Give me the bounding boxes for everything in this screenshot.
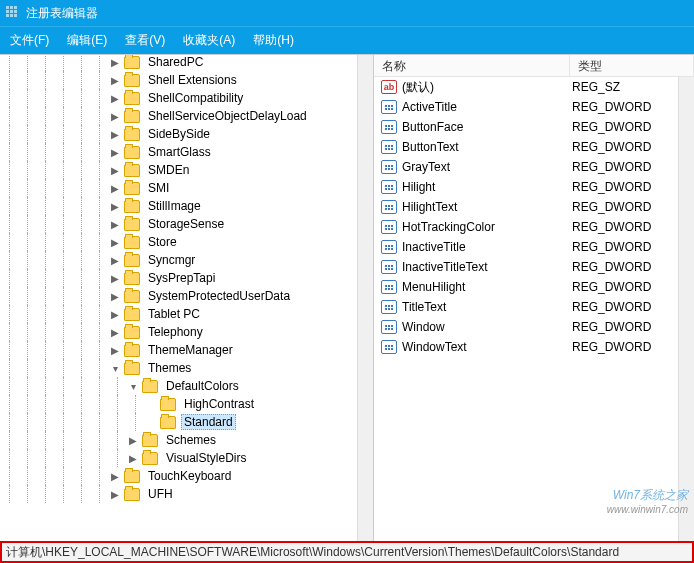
app-icon xyxy=(6,6,20,20)
tree-item[interactable]: ▶SMDEn xyxy=(0,161,373,179)
folder-icon xyxy=(124,146,140,159)
value-row[interactable]: TitleTextREG_DWORD xyxy=(374,297,694,317)
column-name[interactable]: 名称 xyxy=(374,55,570,76)
menu-file[interactable]: 文件(F) xyxy=(10,32,49,49)
value-type: REG_DWORD xyxy=(572,300,651,314)
tree-item[interactable]: ▶SharedPC xyxy=(0,55,373,71)
tree-item[interactable]: Standard xyxy=(0,413,373,431)
chevron-right-icon[interactable]: ▶ xyxy=(108,325,122,339)
tree-item[interactable]: ▶SysPrepTapi xyxy=(0,269,373,287)
values-scrollbar[interactable] xyxy=(678,77,694,541)
chevron-right-icon[interactable]: ▶ xyxy=(108,289,122,303)
chevron-right-icon[interactable]: ▶ xyxy=(108,487,122,501)
value-row[interactable]: WindowTextREG_DWORD xyxy=(374,337,694,357)
value-row[interactable]: HilightTextREG_DWORD xyxy=(374,197,694,217)
tree-item-label: StillImage xyxy=(145,198,204,214)
tree-item-label: Shell Extensions xyxy=(145,72,240,88)
tree-item[interactable]: ▶StillImage xyxy=(0,197,373,215)
tree-item-label: VisualStyleDirs xyxy=(163,450,249,466)
chevron-right-icon[interactable]: ▶ xyxy=(108,307,122,321)
chevron-right-icon[interactable]: ▶ xyxy=(108,181,122,195)
tree-item[interactable]: ▶Tablet PC xyxy=(0,305,373,323)
tree-item[interactable]: ▶VisualStyleDirs xyxy=(0,449,373,467)
tree-item[interactable]: ▶UFH xyxy=(0,485,373,503)
chevron-right-icon[interactable]: ▶ xyxy=(108,469,122,483)
chevron-right-icon[interactable]: ▶ xyxy=(126,451,140,465)
tree-item-label: SideBySide xyxy=(145,126,213,142)
chevron-right-icon[interactable]: ▶ xyxy=(108,217,122,231)
tree-item[interactable]: ▾DefaultColors xyxy=(0,377,373,395)
tree-item[interactable]: ▶ShellCompatibility xyxy=(0,89,373,107)
folder-icon xyxy=(124,344,140,357)
tree-item-label: Themes xyxy=(145,360,194,376)
menu-view[interactable]: 查看(V) xyxy=(125,32,165,49)
tree-item[interactable]: ▾Themes xyxy=(0,359,373,377)
tree-item[interactable]: ▶Telephony xyxy=(0,323,373,341)
chevron-right-icon[interactable]: ▶ xyxy=(108,145,122,159)
value-row[interactable]: ActiveTitleREG_DWORD xyxy=(374,97,694,117)
menu-help[interactable]: 帮助(H) xyxy=(253,32,294,49)
tree-item[interactable]: ▶Syncmgr xyxy=(0,251,373,269)
tree-item-label: StorageSense xyxy=(145,216,227,232)
value-row[interactable]: ButtonTextREG_DWORD xyxy=(374,137,694,157)
tree-item[interactable]: ▶ThemeManager xyxy=(0,341,373,359)
dword-value-icon xyxy=(380,179,398,195)
tree-item-label: ShellCompatibility xyxy=(145,90,246,106)
tree-item[interactable]: ▶Schemes xyxy=(0,431,373,449)
tree-item[interactable]: ▶SmartGlass xyxy=(0,143,373,161)
value-name: ButtonFace xyxy=(402,120,572,134)
string-value-icon: ab xyxy=(380,79,398,95)
tree-item[interactable]: ▶StorageSense xyxy=(0,215,373,233)
tree-item-label: SharedPC xyxy=(145,55,206,70)
value-row[interactable]: WindowREG_DWORD xyxy=(374,317,694,337)
values-pane[interactable]: 名称 类型 ab(默认)REG_SZActiveTitleREG_DWORDBu… xyxy=(374,55,694,541)
dword-value-icon xyxy=(380,319,398,335)
value-row[interactable]: ab(默认)REG_SZ xyxy=(374,77,694,97)
tree-item[interactable]: ▶Shell Extensions xyxy=(0,71,373,89)
value-row[interactable]: HilightREG_DWORD xyxy=(374,177,694,197)
value-type: REG_DWORD xyxy=(572,140,651,154)
menu-edit[interactable]: 编辑(E) xyxy=(67,32,107,49)
value-row[interactable]: HotTrackingColorREG_DWORD xyxy=(374,217,694,237)
chevron-right-icon[interactable]: ▶ xyxy=(108,127,122,141)
chevron-right-icon[interactable]: ▶ xyxy=(108,73,122,87)
tree-item-label: Standard xyxy=(181,414,236,430)
menu-favorites[interactable]: 收藏夹(A) xyxy=(183,32,235,49)
folder-icon xyxy=(124,254,140,267)
chevron-down-icon[interactable]: ▾ xyxy=(108,361,122,375)
tree-item[interactable]: ▶SMI xyxy=(0,179,373,197)
tree-item[interactable]: ▶SideBySide xyxy=(0,125,373,143)
chevron-right-icon[interactable]: ▶ xyxy=(108,163,122,177)
chevron-right-icon[interactable]: ▶ xyxy=(108,253,122,267)
tree-scrollbar[interactable] xyxy=(357,55,373,541)
chevron-right-icon[interactable]: ▶ xyxy=(108,271,122,285)
chevron-right-icon[interactable]: ▶ xyxy=(108,91,122,105)
titlebar: 注册表编辑器 xyxy=(0,0,694,26)
value-row[interactable]: MenuHilightREG_DWORD xyxy=(374,277,694,297)
tree-item[interactable]: ▶ShellServiceObjectDelayLoad xyxy=(0,107,373,125)
value-type: REG_DWORD xyxy=(572,260,651,274)
chevron-down-icon[interactable]: ▾ xyxy=(126,379,140,393)
value-row[interactable]: ButtonFaceREG_DWORD xyxy=(374,117,694,137)
chevron-right-icon[interactable]: ▶ xyxy=(108,199,122,213)
chevron-right-icon[interactable]: ▶ xyxy=(108,235,122,249)
value-type: REG_DWORD xyxy=(572,120,651,134)
tree-item[interactable]: ▶Store xyxy=(0,233,373,251)
folder-icon xyxy=(124,362,140,375)
value-row[interactable]: GrayTextREG_DWORD xyxy=(374,157,694,177)
value-type: REG_DWORD xyxy=(572,160,651,174)
value-row[interactable]: InactiveTitleREG_DWORD xyxy=(374,237,694,257)
folder-icon xyxy=(142,434,158,447)
tree-item[interactable]: HighContrast xyxy=(0,395,373,413)
chevron-right-icon[interactable]: ▶ xyxy=(108,55,122,69)
chevron-right-icon[interactable]: ▶ xyxy=(108,109,122,123)
tree-pane[interactable]: ▶SharedPC▶Shell Extensions▶ShellCompatib… xyxy=(0,55,374,541)
dword-value-icon xyxy=(380,339,398,355)
tree-item[interactable]: ▶SystemProtectedUserData xyxy=(0,287,373,305)
value-row[interactable]: InactiveTitleTextREG_DWORD xyxy=(374,257,694,277)
tree-item[interactable]: ▶TouchKeyboard xyxy=(0,467,373,485)
column-type[interactable]: 类型 xyxy=(570,55,694,76)
folder-icon xyxy=(124,164,140,177)
chevron-right-icon[interactable]: ▶ xyxy=(126,433,140,447)
chevron-right-icon[interactable]: ▶ xyxy=(108,343,122,357)
